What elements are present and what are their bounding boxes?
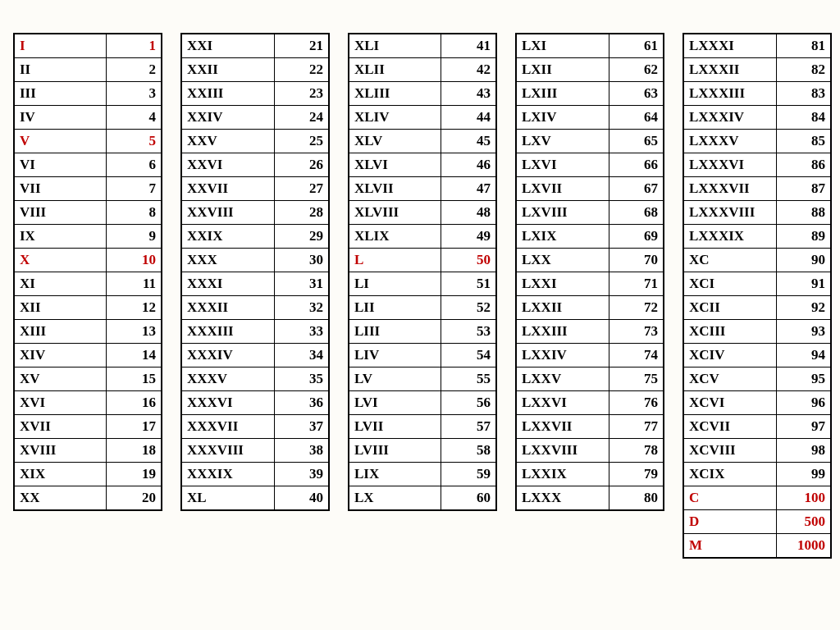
table-row: LXI61	[516, 34, 664, 58]
table-row: XL40	[181, 486, 329, 511]
arabic-number-cell: 90	[776, 249, 831, 272]
roman-numeral-cell: LXX	[516, 249, 609, 272]
roman-numeral-cell: XXXVII	[181, 415, 274, 439]
roman-numeral-cell: LXXIV	[516, 344, 609, 368]
table-row: LIII53	[349, 320, 496, 344]
roman-numeral-cell: XXXIII	[181, 320, 274, 344]
table-row: XLII42	[349, 58, 496, 82]
table-row: XXI21	[181, 34, 329, 58]
arabic-number-cell: 80	[609, 486, 664, 511]
roman-numeral-cell: XLIX	[349, 225, 441, 249]
arabic-number-cell: 68	[609, 201, 664, 225]
arabic-number-cell: 44	[441, 106, 496, 130]
arabic-number-cell: 78	[609, 439, 664, 463]
roman-numeral-cell: LXXXI	[683, 34, 776, 58]
table-row: LXII62	[516, 58, 664, 82]
table-row: XXIX29	[181, 225, 329, 249]
table-row: LXXXIII83	[683, 82, 831, 106]
table-row: XLI41	[349, 34, 496, 58]
roman-numeral-cell: XCIII	[683, 320, 776, 344]
table-row: XXII22	[181, 58, 329, 82]
arabic-number-cell: 38	[274, 439, 329, 463]
arabic-number-cell: 32	[274, 296, 329, 320]
roman-numeral-cell: XCVIII	[683, 439, 776, 463]
roman-numeral-cell: LXVIII	[516, 201, 609, 225]
arabic-number-cell: 56	[441, 391, 496, 415]
table-row: XC90	[683, 249, 831, 272]
table-row: LXIV64	[516, 106, 664, 130]
table-row: XCV95	[683, 368, 831, 391]
roman-numeral-cell: XXXIX	[181, 463, 274, 486]
table-row: M1000	[683, 534, 831, 559]
arabic-number-cell: 64	[609, 106, 664, 130]
table-row: XLIV44	[349, 106, 496, 130]
roman-numeral-cell: LXXXIII	[683, 82, 776, 106]
table-row: LXXIII73	[516, 320, 664, 344]
table-row: LVII57	[349, 415, 496, 439]
table-row: XXVII27	[181, 177, 329, 201]
table-row: XI11	[14, 272, 162, 296]
table-row: LIX59	[349, 463, 496, 486]
table-row: XIX19	[14, 463, 162, 486]
arabic-number-cell: 8	[107, 201, 162, 225]
arabic-number-cell: 34	[274, 344, 329, 368]
table-row: XVI16	[14, 391, 162, 415]
arabic-number-cell: 1000	[776, 534, 831, 559]
arabic-number-cell: 48	[441, 201, 496, 225]
arabic-number-cell: 5	[107, 130, 162, 153]
arabic-number-cell: 18	[107, 439, 162, 463]
roman-numeral-cell: XCVI	[683, 391, 776, 415]
arabic-number-cell: 14	[107, 344, 162, 368]
roman-numeral-cell: XCV	[683, 368, 776, 391]
table-row: D500	[683, 510, 831, 534]
roman-numeral-cell: L	[349, 249, 441, 272]
arabic-number-cell: 70	[609, 249, 664, 272]
roman-numeral-cell: LIV	[349, 344, 441, 368]
arabic-number-cell: 6	[107, 153, 162, 177]
roman-numeral-cell: XII	[14, 296, 107, 320]
table-row: XCIII93	[683, 320, 831, 344]
roman-numeral-cell: LXXI	[516, 272, 609, 296]
arabic-number-cell: 36	[274, 391, 329, 415]
arabic-number-cell: 17	[107, 415, 162, 439]
arabic-number-cell: 40	[274, 486, 329, 511]
roman-numeral-cell: LII	[349, 296, 441, 320]
arabic-number-cell: 35	[274, 368, 329, 391]
table-row: XX20	[14, 486, 162, 511]
roman-numeral-cell: D	[683, 510, 776, 534]
arabic-number-cell: 20	[107, 486, 162, 511]
arabic-number-cell: 2	[107, 58, 162, 82]
table-row: XCII92	[683, 296, 831, 320]
table-row: LXXVII77	[516, 415, 664, 439]
roman-numeral-cell: XXVIII	[181, 201, 274, 225]
table-row: LXXVI76	[516, 391, 664, 415]
arabic-number-cell: 86	[776, 153, 831, 177]
table-row: LX60	[349, 486, 496, 511]
table-row: LXXX80	[516, 486, 664, 511]
arabic-number-cell: 69	[609, 225, 664, 249]
table-row: XLVI46	[349, 153, 496, 177]
roman-numeral-cell: LX	[349, 486, 441, 511]
roman-numeral-cell: LXXIX	[516, 463, 609, 486]
roman-numeral-cell: LXIV	[516, 106, 609, 130]
table-row: XXV25	[181, 130, 329, 153]
table-row: XXXVI36	[181, 391, 329, 415]
table-row: XCI91	[683, 272, 831, 296]
table-row: XXXIII33	[181, 320, 329, 344]
arabic-number-cell: 54	[441, 344, 496, 368]
roman-numeral-cell: XLII	[349, 58, 441, 82]
roman-numeral-cell: XXIII	[181, 82, 274, 106]
roman-numeral-cell: LXV	[516, 130, 609, 153]
table-row: VIII8	[14, 201, 162, 225]
arabic-number-cell: 75	[609, 368, 664, 391]
arabic-number-cell: 88	[776, 201, 831, 225]
arabic-number-cell: 9	[107, 225, 162, 249]
roman-numeral-cell: XXXV	[181, 368, 274, 391]
table-row: XXXV35	[181, 368, 329, 391]
arabic-number-cell: 500	[776, 510, 831, 534]
roman-numeral-cell: XIV	[14, 344, 107, 368]
arabic-number-cell: 26	[274, 153, 329, 177]
table-row: XXXII32	[181, 296, 329, 320]
arabic-number-cell: 42	[441, 58, 496, 82]
roman-numeral-cell: LIII	[349, 320, 441, 344]
